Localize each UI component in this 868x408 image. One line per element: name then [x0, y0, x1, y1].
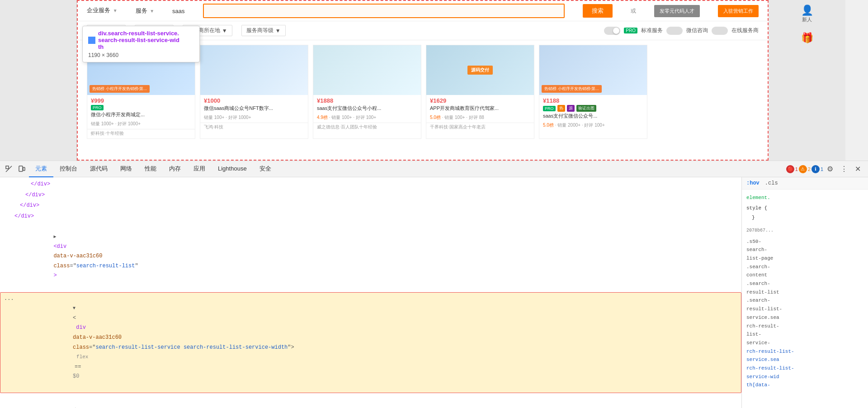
tooltip-class-name: div.search-result-list-service. — [98, 30, 179, 37]
svg-rect-2 — [19, 166, 23, 171]
html-line-3[interactable]: </div> — [0, 200, 741, 211]
tab-network[interactable]: 网络 — [114, 161, 138, 177]
product-img-5: 热销榜 小程序开发热销榜-第... — [539, 45, 647, 95]
right-margin: 👤 新人 🎁 — [769, 0, 845, 161]
html-line-5[interactable]: ▶ <div data-v-aac31c60 class="search-res… — [0, 222, 741, 291]
filter-toggles: PRO 标准服务 微信咨询 在线服务商 — [604, 27, 759, 35]
preview-nav: 企业服务 ▼ 服务 ▼ saas 搜索 或 发零元代码人才 入驻营销工作 — [78, 1, 768, 21]
tooltip-suffix: th — [98, 43, 179, 50]
label-standard: 标准服务 — [641, 27, 663, 34]
label-online: 在线服务商 — [731, 27, 759, 34]
tab-performance[interactable]: 性能 — [138, 161, 163, 177]
toggle-standard[interactable] — [604, 27, 620, 35]
tab-sources[interactable]: 源代码 — [84, 161, 114, 177]
tab-elements[interactable]: 元素 — [29, 161, 53, 177]
product-card-5[interactable]: 热销榜 小程序开发热销榜-第... ¥1188 PRO 热 源 验证出图 saa… — [539, 45, 647, 139]
product-price-2: ¥1000 — [200, 95, 308, 105]
device-icon[interactable] — [16, 164, 27, 175]
style-selector-element: element. — [746, 193, 863, 203]
nav-item-saas[interactable]: saas — [172, 8, 184, 14]
tab-console[interactable]: 控制台 — [53, 161, 84, 177]
btn-hire[interactable]: 发零元代码人才 — [654, 5, 700, 17]
html-line-4[interactable]: </div> — [0, 211, 741, 222]
product-img-2 — [200, 45, 308, 95]
product-seller-3: 威之德信息·百人团队十年经验 — [313, 123, 421, 132]
product-card-2[interactable]: ¥1000 微信saas商城公众号NFT数字... 销量 100+ · 好评 1… — [200, 45, 308, 139]
hot-tag-1: 热销榜 小程序开发热销榜-第... — [90, 85, 150, 93]
warning-badge: ⚠ — [799, 165, 807, 173]
search-box[interactable] — [203, 4, 565, 18]
svg-rect-3 — [23, 167, 25, 171]
sidebar-icon-person[interactable]: 👤 新人 — [801, 5, 813, 23]
line-dots: ... — [4, 294, 14, 304]
error-count: 1 — [795, 166, 798, 172]
warning-count: 2 — [808, 166, 811, 172]
product-img-4: 源码交付 — [426, 45, 534, 95]
product-card-4[interactable]: 源码交付 ¥1629 APP开发商城教育医疗代驾家... 5.0榜 · 销量 1… — [426, 45, 534, 139]
close-icon[interactable]: ✕ — [851, 163, 864, 175]
nav-item-enterprise[interactable]: 企业服务 ▼ — [87, 6, 118, 15]
styles-panel-content: element. style { } 2078b67... .s50- sear… — [742, 190, 868, 393]
product-title-5: saas支付宝微信公众号... — [539, 113, 647, 121]
svg-rect-0 — [6, 166, 9, 169]
html-line-2[interactable]: </div> — [0, 190, 741, 201]
product-img-3 — [313, 45, 421, 95]
style-rules-block: .s50- search- list-page .search- content… — [746, 237, 863, 389]
label-wechat: 微信咨询 — [686, 27, 708, 34]
filter-level[interactable]: 服务商等级 ▼ — [241, 25, 286, 36]
nav-item-service[interactable]: 服务 ▼ — [136, 7, 155, 15]
tooltip-class-name2: search-result-list-service-wid — [98, 37, 179, 43]
toggle-online[interactable] — [712, 27, 728, 35]
tab-security[interactable]: 安全 — [253, 161, 278, 177]
inspect-icon[interactable] — [4, 164, 14, 175]
nav-or: 或 — [631, 7, 636, 15]
devtools-tab-bar: 元素 控制台 源代码 网络 性能 内存 应用 Lighthouse — [0, 161, 868, 177]
hot-tag-5: 热销榜 小程序开发热销榜-第... — [542, 85, 602, 93]
product-price-3: ¥1888 — [313, 95, 421, 105]
element-tooltip: div.search-result-list-service. search-r… — [82, 26, 200, 62]
product-meta-3: 4.9榜 · 销量 100+ · 好评 100+ — [313, 114, 421, 123]
search-button[interactable]: 搜索 — [583, 4, 613, 18]
product-seller-2: 飞鸿·科技 — [200, 123, 308, 132]
product-meta-4: 5.0榜 · 销量 100+ · 好评 88 — [426, 114, 534, 123]
html-line-highlighted[interactable]: ... ▼ < div data-v-aac31c60 class="searc… — [0, 292, 741, 394]
error-badge: 🔴 — [786, 165, 794, 173]
product-title-4: APP开发商城教育医疗代驾家... — [426, 105, 534, 114]
pro-badge: PRO — [624, 28, 637, 33]
product-pro-1: PRO — [87, 105, 195, 111]
html-line-child-1[interactable]: ▶ <div data-v-aac31c60 data-styleonly cl… — [0, 394, 741, 408]
btn-publish[interactable]: 入驻营销工作 — [718, 5, 759, 17]
html-panel[interactable]: </div> </div> </div> </div> ▶ <div data-… — [0, 177, 741, 408]
style-block-open: style { — [746, 204, 863, 213]
product-title-3: saas支付宝微信公众号小程... — [313, 105, 421, 114]
sidebar-icon-gift[interactable]: 🎁 — [801, 32, 813, 44]
product-seller-1: 虾科技·十年经验 — [87, 129, 195, 138]
styles-panel-header: :hov .cls — [742, 177, 868, 190]
product-price-4: ¥1629 — [426, 95, 534, 105]
more-icon[interactable]: ⋮ — [837, 163, 851, 175]
style-source: 2078b67... — [746, 226, 863, 235]
html-line-1[interactable]: </div> — [0, 179, 741, 190]
devtools-panel: 元素 控制台 源代码 网络 性能 内存 应用 Lighthouse — [0, 161, 868, 408]
styles-tab-cls[interactable]: .cls — [765, 180, 778, 186]
product-seller-4: 千界科技·国家高企十年老店 — [426, 123, 534, 132]
product-price-1: ¥999 — [87, 95, 195, 105]
styles-panel: :hov .cls element. style { } 2078b67... … — [741, 177, 868, 408]
product-card-3[interactable]: ¥1888 saas支付宝微信公众号小程... 4.9榜 · 销量 100+ ·… — [313, 45, 421, 139]
toggle-wechat[interactable] — [666, 27, 683, 35]
page-preview: 企业服务 ▼ 服务 ▼ saas 搜索 或 发零元代码人才 入驻营销工作 服务类… — [77, 0, 769, 161]
product-title-2: 微信saas商城公众号NFT数字... — [200, 105, 308, 114]
devtools-main: </div> </div> </div> </div> ▶ <div data-… — [0, 177, 868, 408]
tooltip-icon — [88, 37, 95, 44]
product-price-5: ¥1188 — [539, 95, 647, 105]
product-meta-1: 销量 1000+ · 好评 1000+ — [87, 120, 195, 129]
styles-tab-hov[interactable]: :hov — [746, 180, 760, 186]
tab-lighthouse[interactable]: Lighthouse — [212, 161, 253, 176]
tooltip-size: 1190 × 3660 — [88, 52, 194, 58]
product-pro-5: PRO 热 源 验证出图 — [539, 105, 647, 113]
product-meta-2: 销量 100+ · 好评 1000+ — [200, 114, 308, 123]
settings-icon[interactable]: ⚙ — [823, 163, 837, 175]
browser-content: 企业服务 ▼ 服务 ▼ saas 搜索 或 发零元代码人才 入驻营销工作 服务类… — [0, 0, 868, 408]
tab-application[interactable]: 应用 — [187, 161, 212, 177]
tab-memory[interactable]: 内存 — [163, 161, 187, 177]
